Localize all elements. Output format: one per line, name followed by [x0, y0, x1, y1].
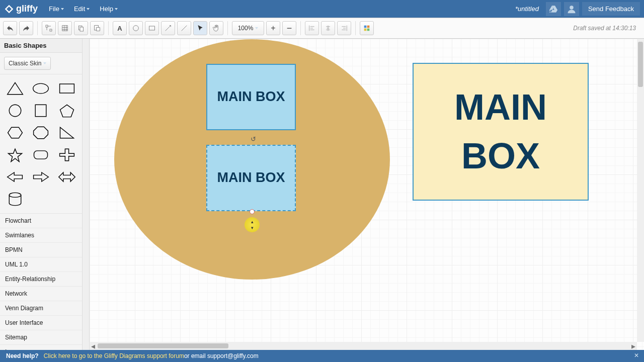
support-forum-link[interactable]: Click here to go to the Gliffy Diagrams …: [44, 352, 184, 359]
close-icon[interactable]: ✕: [632, 351, 641, 360]
menu-help[interactable]: Help: [96, 3, 122, 15]
cat-swimlanes[interactable]: Swimlanes: [0, 228, 82, 243]
skin-select[interactable]: Classic Skin: [4, 57, 51, 70]
sidebar-scrollbar[interactable]: [83, 39, 90, 350]
shape-ellipse[interactable]: [30, 79, 52, 98]
cat-sitemap[interactable]: Sitemap: [0, 330, 82, 345]
shape-cylinder[interactable]: [4, 190, 26, 208]
shape-palette: [0, 74, 82, 214]
send-feedback-button[interactable]: Send Feedback: [582, 2, 640, 16]
cursor-resize-indicator: [245, 217, 260, 232]
canvas-horizontal-scrollbar[interactable]: ◂ ▸: [90, 342, 637, 350]
shape-arrow-left[interactable]: [4, 168, 26, 186]
canvas-vertical-scrollbar[interactable]: [637, 39, 644, 342]
app-header: gliffy File Edit Help *untitled Send Fee…: [0, 0, 644, 18]
svg-point-18: [9, 193, 21, 197]
svg-rect-8: [149, 26, 155, 30]
shape-arrow-right[interactable]: [30, 168, 52, 186]
cat-images[interactable]: Images: [0, 345, 82, 350]
copy-button[interactable]: [74, 21, 88, 35]
rotate-handle-icon[interactable]: [251, 134, 257, 140]
shape-rounded-rect[interactable]: [30, 146, 52, 164]
align-center-button[interactable]: [321, 21, 335, 35]
svg-rect-17: [34, 151, 48, 159]
undo-button[interactable]: [3, 21, 17, 35]
header-right: *untitled Send Feedback: [515, 2, 640, 16]
menu-file[interactable]: File: [45, 3, 68, 15]
shape-sidebar: Basic Shapes Classic Skin: [0, 39, 83, 350]
svg-rect-2: [50, 29, 52, 31]
category-list: Flowchart Swimlanes BPMN UML 1.0 Entity-…: [0, 214, 82, 350]
shape-plus[interactable]: [56, 146, 78, 164]
ellipse-tool[interactable]: [129, 21, 143, 35]
svg-rect-9: [364, 26, 367, 28]
help-prompt: Need help?: [6, 352, 39, 359]
zoom-in-button[interactable]: +: [266, 21, 280, 35]
pan-tool[interactable]: [209, 21, 223, 35]
grid-button[interactable]: [58, 21, 72, 35]
cat-network[interactable]: Network: [0, 287, 82, 301]
shape-right-triangle[interactable]: [56, 124, 78, 142]
app-logo[interactable]: gliffy: [4, 4, 38, 14]
scroll-right-icon[interactable]: ▸: [630, 342, 637, 349]
shape-hexagon[interactable]: [4, 124, 26, 142]
theme-button[interactable]: [360, 21, 374, 35]
cat-er[interactable]: Entity-Relationship: [0, 272, 82, 287]
canvas[interactable]: MAIN BOX MAIN BOX MAIN BOX ◂ ▸: [90, 39, 644, 350]
shape-pentagon[interactable]: [56, 102, 78, 120]
align-left-button[interactable]: [305, 21, 319, 35]
zoom-out-button[interactable]: −: [282, 21, 296, 35]
line-tool[interactable]: [177, 21, 191, 35]
svg-point-7: [133, 26, 139, 31]
shape-octagon[interactable]: [30, 124, 52, 142]
cat-venn[interactable]: Venn Diagram: [0, 301, 82, 316]
app-name: gliffy: [16, 4, 38, 14]
menu-edit-label: Edit: [74, 5, 85, 13]
connector-tool[interactable]: [161, 21, 175, 35]
chevron-down-icon: [61, 8, 64, 10]
scroll-left-icon[interactable]: ◂: [90, 342, 97, 349]
cat-ui[interactable]: User Interface: [0, 316, 82, 330]
chevron-down-icon: [115, 8, 118, 10]
chevron-down-icon: [255, 27, 258, 29]
text-tool[interactable]: A: [113, 21, 127, 35]
shape-star[interactable]: [4, 146, 26, 164]
shape-main-box-large[interactable]: MAIN BOX: [413, 63, 589, 201]
resize-handle-bottom[interactable]: [250, 209, 255, 214]
rect-tool[interactable]: [145, 21, 159, 35]
shape-arrow-both[interactable]: [56, 168, 78, 186]
svg-rect-10: [367, 26, 370, 28]
user-icon[interactable]: [564, 2, 579, 16]
svg-rect-16: [36, 105, 47, 116]
align-right-button[interactable]: [337, 21, 351, 35]
support-email-text: or email support@gliffy.com: [184, 352, 259, 359]
svg-rect-11: [364, 29, 367, 31]
cat-flowchart[interactable]: Flowchart: [0, 214, 82, 228]
shape-circle[interactable]: [4, 102, 26, 120]
skin-label: Classic Skin: [9, 60, 41, 67]
pointer-tool[interactable]: [193, 21, 207, 35]
zoom-value: 100%: [238, 25, 254, 32]
cat-uml[interactable]: UML 1.0: [0, 257, 82, 272]
paste-button[interactable]: [90, 21, 104, 35]
shape-square[interactable]: [30, 102, 52, 120]
drive-icon[interactable]: [546, 2, 561, 16]
document-title[interactable]: *untitled: [515, 5, 539, 13]
svg-rect-4: [80, 27, 84, 31]
svg-point-15: [9, 105, 21, 116]
shape-triangle[interactable]: [4, 79, 26, 98]
cat-bpmn[interactable]: BPMN: [0, 243, 82, 257]
svg-point-13: [33, 83, 49, 94]
shape-main-box-2-selected[interactable]: MAIN BOX: [206, 145, 296, 211]
redo-button[interactable]: [19, 21, 33, 35]
snap-button[interactable]: [42, 21, 56, 35]
shape-main-box-1[interactable]: MAIN BOX: [206, 64, 296, 130]
panel-title-basic-shapes[interactable]: Basic Shapes: [0, 39, 82, 53]
svg-rect-14: [60, 84, 74, 93]
shape-rectangle[interactable]: [56, 79, 78, 98]
menu-edit[interactable]: Edit: [70, 3, 94, 15]
svg-point-0: [570, 6, 574, 10]
zoom-select[interactable]: 100%: [232, 21, 264, 35]
save-status: Draft saved at 14:30:13: [573, 25, 641, 32]
main-menu: File Edit Help: [45, 3, 122, 15]
